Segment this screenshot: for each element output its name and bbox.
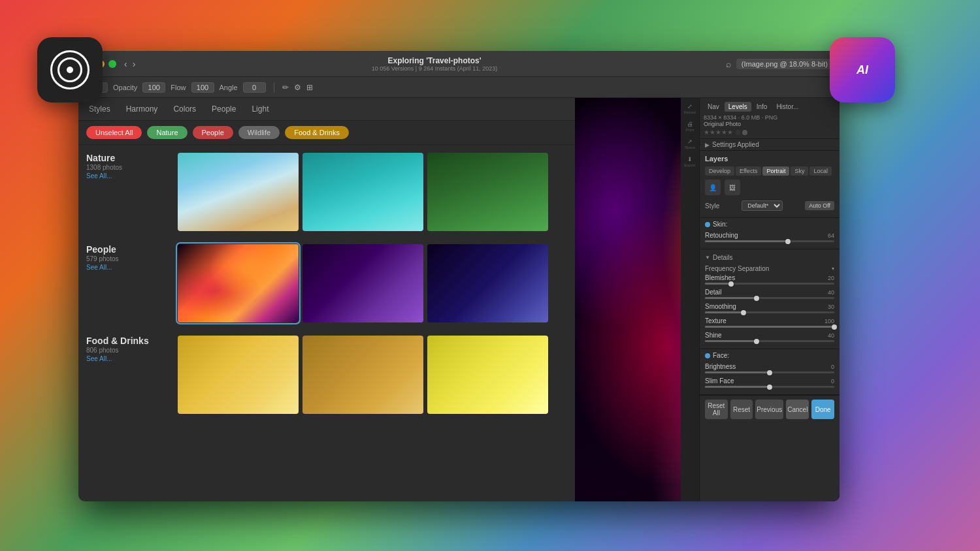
slim-face-slider[interactable]	[705, 386, 834, 388]
blemishes-slider[interactable]	[705, 283, 834, 285]
previous-button[interactable]: Previous	[755, 400, 783, 419]
retouching-slider-track[interactable]	[705, 240, 834, 242]
people-see-all-link[interactable]: See All...	[86, 264, 178, 271]
category-light[interactable]: Light	[249, 103, 271, 115]
nature-thumb-2[interactable]	[302, 153, 423, 231]
filter-row: Unselect All Nature People Wildlife Food…	[78, 121, 575, 145]
opacity-value[interactable]: 100	[142, 82, 165, 93]
food-thumb-3[interactable]	[427, 336, 548, 414]
slim-face-header: Slim Face 0	[705, 377, 834, 385]
export-icon-button[interactable]: ⬇ Export	[682, 153, 698, 170]
person-layer-icon[interactable]: 👤	[705, 180, 721, 195]
people-thumb-2[interactable]	[302, 244, 423, 323]
nature-thumb-1[interactable]	[178, 153, 299, 231]
export-icon: ⬇	[687, 156, 693, 163]
resize-label: Resize	[684, 110, 696, 114]
auto-off-button[interactable]: Auto Off	[805, 201, 834, 210]
tab-history[interactable]: Histor...	[772, 102, 802, 112]
nav-back-arrow[interactable]: ‹	[123, 59, 129, 69]
frequency-sep-row: Frequency Separation ▾	[705, 263, 834, 274]
brightness-slider[interactable]	[705, 371, 834, 373]
layer-tab-sky[interactable]: Sky	[791, 166, 808, 176]
ai-icon-text: AI	[857, 63, 868, 77]
detail-fill	[705, 297, 757, 299]
people-filter-button[interactable]: People	[193, 126, 233, 139]
combined-right-area: ⤢ Resize 🖨 Print ↗ Share ⬇ Export	[575, 98, 840, 501]
category-harmony[interactable]: Harmony	[123, 103, 161, 115]
done-button[interactable]: Done	[811, 400, 834, 419]
share-icon-button[interactable]: ↗ Share	[682, 136, 698, 152]
blemishes-value: 20	[828, 275, 834, 281]
blemishes-slider-row: Blemishes 20	[705, 274, 834, 285]
shine-slider[interactable]	[705, 340, 834, 342]
search-icon[interactable]: ⌕	[726, 59, 731, 69]
side-icons-bar: ⤢ Resize 🖨 Print ↗ Share ⬇ Export	[681, 98, 699, 501]
category-people[interactable]: People	[209, 103, 238, 115]
reset-button[interactable]: Reset	[730, 400, 753, 419]
details-expand-icon[interactable]: ▼	[705, 255, 710, 260]
reset-all-button[interactable]: Reset All	[705, 400, 728, 419]
photo-grid-scroll[interactable]: Nature 1308 photos See All...	[78, 145, 575, 501]
people-thumb-1[interactable]	[178, 244, 299, 323]
share-label: Share	[685, 146, 695, 150]
tab-info[interactable]: Info	[753, 102, 772, 112]
nature-see-all-link[interactable]: See All...	[86, 172, 178, 180]
brightness-header: Brightness 0	[705, 363, 834, 370]
flow-value[interactable]: 100	[191, 82, 214, 93]
smoothing-value: 30	[828, 304, 834, 310]
shine-thumb	[754, 339, 759, 344]
smoothing-slider[interactable]	[705, 311, 834, 313]
nav-forward-arrow[interactable]: ›	[131, 59, 137, 69]
layer-tab-local[interactable]: Local	[809, 166, 832, 176]
toolbar: 50 Opacity 100 Flow 100 Angle 0 ✏ ⚙ ⊞	[78, 77, 840, 98]
toolbar-settings-icon[interactable]: ⚙	[294, 83, 301, 92]
food-thumb-1[interactable]	[178, 336, 299, 414]
food-thumb-2[interactable]	[302, 336, 423, 414]
face-label: Face:	[705, 352, 834, 359]
layers-title: Layers	[705, 155, 834, 163]
window-title: Exploring 'Travel-photos'	[143, 56, 725, 65]
food-see-all-link[interactable]: See All...	[86, 355, 178, 362]
blemishes-thumb	[728, 281, 734, 287]
food-section-count: 806 photos	[86, 347, 178, 354]
edit-panel-tabs: Nav Levels Info Histor...	[704, 102, 836, 112]
capture-one-app-icon[interactable]	[37, 37, 103, 102]
tab-nav[interactable]: Nav	[704, 102, 723, 112]
detail-slider[interactable]	[705, 297, 834, 299]
star-rating[interactable]: ★★★★★	[704, 129, 733, 136]
nature-thumb-3[interactable]	[427, 153, 548, 231]
category-styles[interactable]: Styles	[86, 103, 113, 115]
style-row: Style Default* Auto Off	[705, 200, 834, 211]
color-dot-2	[742, 130, 747, 135]
people-thumb-3[interactable]	[427, 244, 548, 323]
toolbar-pencil-icon[interactable]: ✏	[282, 83, 289, 92]
wildlife-filter-button[interactable]: Wildlife	[238, 126, 280, 139]
style-dropdown[interactable]: Default*	[742, 200, 783, 211]
tab-levels[interactable]: Levels	[725, 102, 751, 112]
edit-panel-top: Nav Levels Info Histor... 8334 × 8334 · …	[700, 98, 840, 139]
detail-label: Detail	[705, 289, 722, 296]
maximize-button[interactable]	[108, 60, 116, 68]
cancel-button[interactable]: Cancel	[786, 400, 809, 419]
layer-tab-effects[interactable]: Effects	[736, 166, 761, 176]
texture-slider-row: Texture 100	[705, 317, 834, 328]
food-section-meta: Food & Drinks 806 photos See All...	[86, 336, 178, 362]
resize-icon-button[interactable]: ⤢ Resize	[682, 101, 698, 117]
food-drinks-filter-button[interactable]: Food & Drinks	[285, 126, 349, 139]
category-colors[interactable]: Colors	[171, 103, 199, 115]
ai-app-icon[interactable]: AI	[830, 37, 895, 102]
unselect-all-button[interactable]: Unselect All	[86, 126, 142, 139]
nature-filter-button[interactable]: Nature	[147, 126, 187, 139]
print-icon-button[interactable]: 🖨 Print	[682, 118, 698, 134]
texture-slider[interactable]	[705, 326, 834, 328]
smoothing-thumb	[741, 310, 746, 315]
layers-section: Layers Develop Effects Portrait Sky Loca…	[700, 151, 840, 218]
opacity-label: Opacity	[113, 84, 137, 91]
angle-value[interactable]: 0	[243, 82, 266, 93]
nature-section-content: Nature 1308 photos See All...	[86, 153, 567, 231]
toolbar-grid-icon[interactable]: ⊞	[306, 83, 313, 92]
layer-tab-portrait[interactable]: Portrait	[762, 166, 789, 176]
star-rating-row: ★★★★★	[704, 129, 836, 136]
photo-layer-icon[interactable]: 🖼	[725, 180, 740, 195]
layer-tab-develop[interactable]: Develop	[705, 166, 734, 176]
